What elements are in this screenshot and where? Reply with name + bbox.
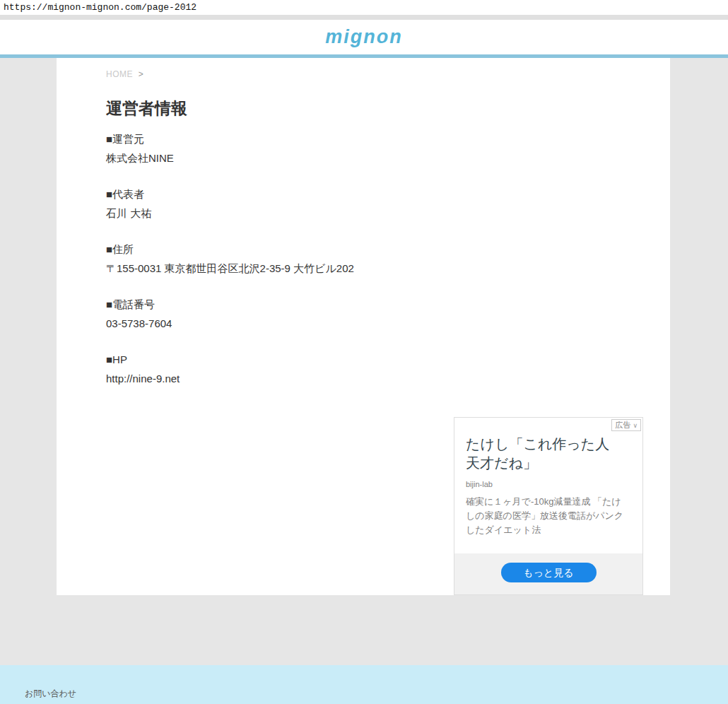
ad-description: 確実に１ヶ月で-10kg減量達成 「たけしの家庭の医学」放送後電話がパンクしたダ…: [466, 495, 627, 537]
breadcrumb: HOME >: [106, 69, 670, 79]
breadcrumb-separator: >: [139, 69, 144, 79]
info-value: http://nine-9.net: [106, 369, 670, 388]
info-section-hp: ■HP http://nine-9.net: [106, 350, 670, 388]
contact-link[interactable]: お問い合わせ: [25, 688, 76, 700]
info-label: ■HP: [106, 350, 670, 369]
info-label: ■運営元: [106, 129, 670, 148]
site-header: mignon: [0, 20, 728, 54]
info-value: 株式会社NINE: [106, 148, 670, 168]
operator-info-sections: ■運営元 株式会社NINE ■代表者 石川 大祐 ■住所 〒155-0031 東…: [106, 129, 670, 388]
chevron-down-icon: ∨: [633, 422, 638, 429]
ad-more-button[interactable]: もっと見る: [501, 563, 597, 582]
url-annotation-strip: https://mignon-mignon.com/page-2012: [0, 0, 728, 15]
info-label: ■住所: [106, 240, 670, 259]
page-url-text: https://mignon-mignon.com/page-2012: [4, 2, 196, 13]
info-value: 03-5738-7604: [106, 314, 670, 333]
site-logo[interactable]: mignon: [325, 20, 402, 54]
ad-footer-band: もっと見る: [454, 553, 642, 594]
breadcrumb-home-link[interactable]: HOME: [106, 69, 133, 79]
info-value: 〒155-0031 東京都世田谷区北沢2-35-9 大竹ビル202: [106, 259, 670, 278]
info-section-company: ■運営元 株式会社NINE: [106, 129, 670, 168]
ad-badge[interactable]: 広告∨: [611, 419, 641, 431]
info-section-address: ■住所 〒155-0031 東京都世田谷区北沢2-35-9 大竹ビル202: [106, 240, 670, 278]
page-title: 運営者情報: [106, 98, 670, 119]
ad-panel: 広告∨ たけし「これ作った人天才だね」 bijin-lab 確実に１ヶ月で-10…: [454, 417, 643, 595]
ad-badge-label: 広告: [615, 421, 630, 429]
info-label: ■代表者: [106, 184, 670, 204]
ad-headline-link[interactable]: たけし「これ作った人天才だね」: [466, 435, 617, 473]
info-label: ■電話番号: [106, 295, 670, 314]
info-value: 石川 大祐: [106, 204, 670, 223]
ad-source: bijin-lab: [466, 480, 631, 488]
info-section-phone: ■電話番号 03-5738-7604: [106, 295, 670, 333]
info-section-representative: ■代表者 石川 大祐: [106, 184, 670, 223]
site-footer: お問い合わせ: [0, 665, 728, 704]
top-divider-bar: [0, 15, 728, 20]
